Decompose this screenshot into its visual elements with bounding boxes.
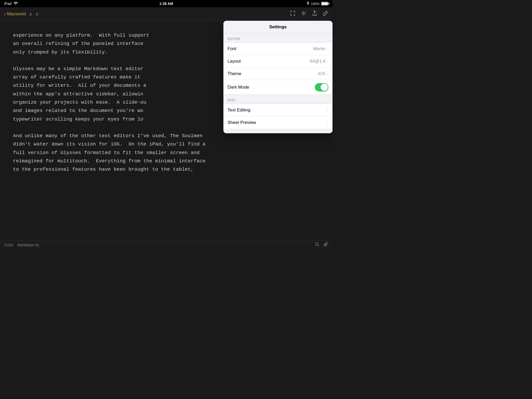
theme-chevron-icon: › [327, 71, 328, 76]
bluetooth-icon [306, 1, 309, 6]
sheet-preview-setting-row[interactable]: Sheet Preview › [223, 116, 332, 129]
attachment-icon[interactable] [324, 242, 328, 248]
back-button[interactable]: ‹ Macworld [4, 11, 26, 17]
compose-icon[interactable] [323, 10, 328, 17]
resize-icon[interactable] [290, 10, 296, 17]
nav-down-icon[interactable]: ∨ [35, 11, 39, 17]
layout-value: 64@1.6 › [310, 59, 328, 64]
ipad-label: iPad [4, 2, 11, 6]
bottom-bar: 3,042 Markdown XL [0, 240, 332, 249]
theme-value: iOS › [318, 71, 328, 76]
text-editing-label: Text Editing [228, 108, 250, 113]
nav-up-icon[interactable]: ∧ [29, 11, 32, 17]
font-setting-row[interactable]: Font Menlo › [223, 43, 332, 55]
main-content: experience on any platform. With full su… [0, 21, 332, 240]
status-bar-left: iPad [4, 2, 18, 6]
chevron-left-icon: ‹ [4, 11, 6, 17]
bottom-left: 3,042 Markdown XL [4, 243, 40, 247]
editor-section-header: EDITOR [223, 34, 332, 42]
battery-icon [321, 2, 328, 5]
text-editing-chevron-icon: › [327, 108, 328, 112]
font-value: Menlo › [313, 46, 328, 51]
font-label: Font [228, 46, 236, 51]
layout-label: Layout [228, 59, 241, 64]
sheet-preview-chevron-icon: › [327, 120, 328, 125]
nav-right [290, 10, 328, 17]
battery-percent: 100% [311, 2, 320, 6]
status-bar-time: 1:38 AM [159, 2, 173, 6]
font-chevron-icon: › [327, 46, 328, 51]
search-icon[interactable] [315, 242, 320, 248]
sheet-preview-value: › [327, 120, 328, 125]
svg-point-1 [315, 243, 318, 245]
dark-mode-label: Dark Mode [228, 85, 249, 90]
dark-mode-setting-row[interactable]: Dark Mode [223, 80, 332, 95]
svg-point-0 [303, 12, 304, 14]
nav-left: ‹ Macworld ∧ ∨ [4, 11, 39, 17]
nav-bar: ‹ Macworld ∧ ∨ [0, 7, 332, 21]
theme-label: Theme [228, 71, 241, 76]
nav-arrows: ∧ ∨ [29, 11, 39, 17]
font-value-text: Menlo [313, 46, 325, 51]
share-icon[interactable] [312, 10, 317, 17]
layout-value-text: 64@1.6 [310, 59, 325, 64]
back-label: Macworld [7, 11, 26, 17]
settings-popover: Settings EDITOR Font Menlo › Layout 64@1… [223, 21, 332, 133]
layout-setting-row[interactable]: Layout 64@1.6 › [223, 55, 332, 68]
settings-icon[interactable] [301, 10, 307, 17]
text-paragraph-3: And unlike many of the other text editor… [13, 132, 320, 174]
sheet-preview-label: Sheet Preview [228, 120, 256, 125]
wifi-icon [14, 2, 18, 6]
bottom-right [315, 242, 328, 248]
word-count: 3,042 [4, 243, 13, 247]
settings-title: Settings [223, 21, 332, 34]
theme-value-text: iOS [318, 71, 325, 76]
doc-type: Markdown XL [17, 243, 40, 247]
toggle-knob [321, 84, 328, 91]
layout-chevron-icon: › [327, 59, 328, 64]
dark-mode-toggle[interactable] [315, 83, 328, 91]
editor-settings-group: Font Menlo › Layout 64@1.6 › Theme iOS › [223, 42, 332, 95]
status-bar: iPad 1:38 AM 100% [0, 0, 332, 7]
text-editing-value: › [327, 108, 328, 112]
theme-setting-row[interactable]: Theme iOS › [223, 68, 332, 80]
text-editing-setting-row[interactable]: Text Editing › [223, 104, 332, 116]
status-bar-right: 100% [306, 1, 328, 6]
misc-settings-group: Text Editing › Sheet Preview › [223, 104, 332, 129]
misc-section-header: MISC. [223, 95, 332, 104]
